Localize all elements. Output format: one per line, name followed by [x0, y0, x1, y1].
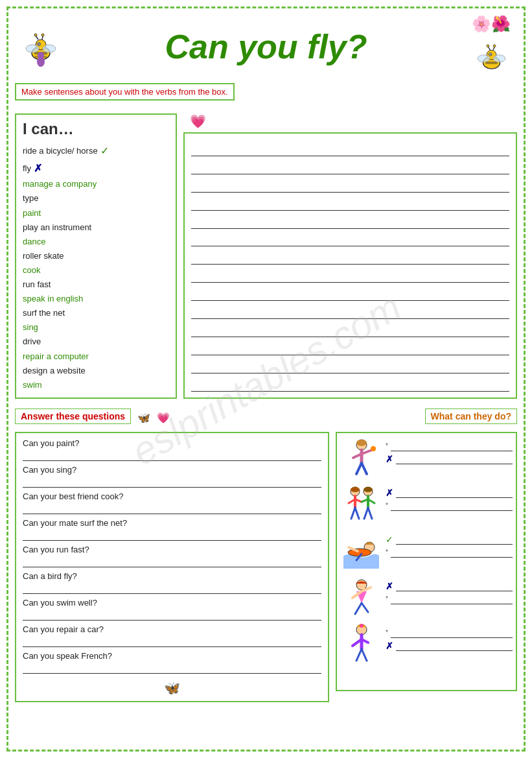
wc-answer-line-3a[interactable]: [396, 534, 513, 545]
question-7: Can you swim well?: [23, 598, 321, 621]
ican-item-text: ride a bicycle/ horse: [23, 144, 98, 158]
svg-point-24: [493, 45, 496, 47]
svg-line-63: [356, 649, 362, 661]
answer-line-6[interactable]: [23, 582, 321, 594]
svg-point-20: [489, 54, 491, 55]
ican-title: I can…: [23, 120, 169, 138]
svg-point-11: [26, 45, 39, 53]
ican-item-cook: cook: [23, 263, 169, 278]
writing-line-14[interactable]: [191, 375, 509, 392]
wc-line-row-2a: ✗: [386, 488, 513, 498]
writing-line-5[interactable]: [191, 212, 509, 229]
whatcando-lines-1: * ✗: [386, 438, 513, 464]
ican-item-fly: fly ✗: [23, 160, 169, 177]
check-icon: ✓: [100, 142, 109, 160]
heart-decoration: 💗: [190, 113, 206, 129]
wc-answer-line-1b[interactable]: [396, 454, 513, 464]
question-8: Can you repair a car?: [23, 624, 321, 647]
cartoon-char-3: [340, 532, 382, 571]
svg-point-48: [364, 487, 373, 492]
svg-line-64: [362, 649, 367, 661]
ican-item-paint: paint: [23, 206, 169, 220]
writing-line-6[interactable]: [191, 230, 509, 246]
ican-item-play: play an instrument: [23, 220, 169, 235]
ican-item-text: roller skate: [23, 249, 64, 263]
whatcando-row-4: ✗ *: [340, 578, 513, 617]
question-5: Can you run fast?: [23, 545, 321, 567]
star-icon-3: *: [386, 549, 388, 556]
cartoon-dancer-icon: [343, 578, 379, 617]
ican-item-text: play an instrument: [23, 220, 91, 235]
instruction-area: Make sentenses about you with the verbs …: [15, 83, 517, 107]
page-title: Can you fly?: [67, 27, 465, 66]
wc-answer-line-4a[interactable]: [396, 581, 513, 591]
writing-line-2[interactable]: [191, 158, 509, 174]
ican-item-surfnet: surf the net: [23, 306, 169, 320]
writing-line-4[interactable]: [191, 194, 509, 211]
ican-item-text: manage a company: [23, 177, 97, 191]
writing-area-wrapper: 💗: [183, 113, 517, 399]
whatcando-row-2: ✗ *: [340, 485, 513, 524]
question-6: Can a bird fly?: [23, 571, 321, 594]
wc-line-row-4a: ✗: [386, 581, 513, 591]
wc-answer-line-5a[interactable]: [391, 628, 513, 638]
answer-line-9[interactable]: [23, 662, 321, 674]
whatcando-label: What can they do?: [425, 409, 517, 424]
wc-answer-line-2b[interactable]: [391, 501, 513, 511]
question-text-3: Can your best friend cook?: [23, 492, 321, 501]
wc-line-row-1a: *: [386, 441, 513, 451]
writing-line-9[interactable]: [191, 284, 509, 301]
page: eslprintables.com: [6, 6, 526, 752]
question-text-6: Can a bird fly?: [23, 571, 321, 581]
writing-line-7[interactable]: [191, 248, 509, 265]
writing-line-13[interactable]: [191, 357, 509, 373]
answer-line-5[interactable]: [23, 556, 321, 567]
answer-questions-label: Answer these questions: [15, 409, 131, 424]
answer-line-7[interactable]: [23, 609, 321, 621]
instruction-text: Make sentenses about you with the verbs …: [21, 87, 228, 97]
writing-line-3[interactable]: [191, 176, 509, 193]
svg-point-34: [356, 440, 367, 446]
cartoon-char-1: [340, 438, 382, 477]
cross-icon: ✗: [34, 160, 42, 177]
ican-item-text: type: [23, 191, 39, 206]
questions-box: Can you paint? Can you sing? Can your be…: [15, 432, 329, 702]
ican-item-drive: drive: [23, 335, 169, 349]
answer-line-8[interactable]: [23, 635, 321, 647]
star-icon-5: *: [386, 629, 388, 636]
wc-line-row-5b: ✗: [386, 641, 513, 651]
writing-line-11[interactable]: [191, 320, 509, 337]
question-text-1: Can you paint?: [23, 438, 321, 448]
wc-answer-line-1a[interactable]: [391, 441, 513, 451]
whatcando-row-1: * ✗: [340, 438, 513, 477]
writing-line-1[interactable]: [191, 139, 509, 156]
wc-answer-line-5b[interactable]: [396, 641, 513, 651]
wc-answer-line-4b[interactable]: [391, 594, 513, 604]
wc-answer-line-2a[interactable]: [396, 488, 513, 498]
wc-answer-line-3b[interactable]: [391, 547, 513, 558]
answer-line-4[interactable]: [23, 529, 321, 541]
ican-item-rollerskate: roller skate: [23, 249, 169, 263]
writing-line-10[interactable]: [191, 302, 509, 319]
question-1: Can you paint?: [23, 438, 321, 461]
butterfly-deco-2: 💗: [157, 412, 170, 424]
answer-line-2[interactable]: [23, 476, 321, 488]
wc-line-row-4b: *: [386, 594, 513, 604]
svg-point-59: [360, 624, 364, 628]
svg-point-47: [351, 487, 360, 492]
answer-line-1[interactable]: [23, 449, 321, 461]
wc-line-row-1b: ✗: [386, 454, 513, 464]
svg-point-26: [493, 55, 505, 62]
question-text-4: Can your mate surf the net?: [23, 518, 321, 528]
ican-box: I can… ride a bicycle/ horse ✓ fly ✗ man…: [15, 113, 177, 399]
writing-line-12[interactable]: [191, 338, 509, 355]
answer-line-3[interactable]: [23, 503, 321, 514]
cartoon-person-2-icon: [343, 485, 379, 524]
ican-item-runfast: run fast: [23, 278, 169, 292]
question-text-8: Can you repair a car?: [23, 624, 321, 634]
writing-line-8[interactable]: [191, 266, 509, 283]
ican-item-text: dance: [23, 235, 45, 249]
star-icon: *: [386, 442, 388, 449]
ican-item-sing: sing: [23, 320, 169, 335]
questions-section: Can you paint? Can you sing? Can your be…: [15, 432, 329, 702]
